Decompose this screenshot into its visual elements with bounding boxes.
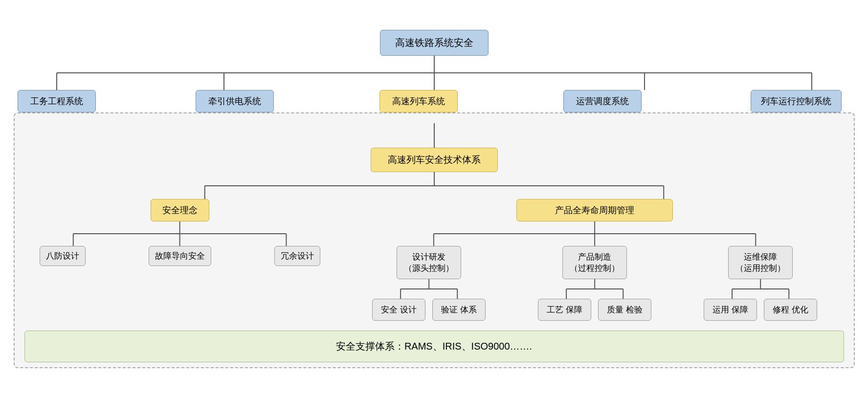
right-leaf-1-1: 质量 检验 [598,299,651,321]
sibling-node-0: 工务工程系统 [18,90,96,112]
branch-connector-svg [24,172,844,199]
sibling-3: 运营调度系统 [554,90,651,112]
sibling-4: 列车运行控制系统 [737,90,855,112]
left-children-row: 八防设计 故障导向安全 冗余设计 [40,246,320,266]
right-leaf-1-0: 工艺 保障 [538,299,591,321]
sibling-0: 工务工程系统 [14,90,100,112]
right-sub-node-0: 设计研发 （源头控制） [397,246,461,279]
right-leaf-0-0: 安全 设计 [372,299,425,321]
branch-connector-region [24,172,844,199]
right-leaf-0-1: 验证 体系 [432,299,486,321]
two-branches: 安全理念 八防设计 故障导向安全 冗余设计 [24,199,844,321]
dashed-box: 高速列车安全技术体系 安全理念 [14,112,855,369]
right-sub-2: 运维保障 （运用控制） 运用 保障 修程 优化 [690,246,831,321]
left-child-2: 冗余设计 [274,246,320,266]
right-leaf-2-1: 修程 优化 [764,299,817,321]
right-leaf-2-0: 运用 保障 [704,299,757,321]
root-node: 高速铁路系统安全 [380,30,489,56]
right-sub-1: 产品制造 （过程控制） 工艺 保障 质量 检验 [524,246,666,321]
sibling-1: 牵引供电系统 [186,90,284,112]
right-sub-node-2: 运维保障 （运用控制） [728,246,793,279]
sibling-node-1: 牵引供电系统 [196,90,274,112]
left-child-0: 八防设计 [40,246,86,266]
bottom-bar: 安全支撑体系：RAMS、IRIS、ISO9000……. [24,331,844,362]
top-siblings-row: 工务工程系统 牵引供电系统 高速列车系统 运营调度系统 列车运行控制系统 [14,90,855,112]
right-branch-root: 产品全寿命周期管理 [516,199,673,221]
left-children-svg [40,221,320,246]
inner-root-row: 高速列车安全技术体系 [24,148,844,172]
left-child-1: 故障导向安全 [149,246,211,266]
inner-root-node: 高速列车安全技术体系 [371,148,498,172]
top-connector-region [14,56,855,90]
right-children-svg [358,221,831,246]
sibling-2: 高速列车系统 [370,90,467,112]
inner-root-connector [24,123,844,148]
left-branch: 安全理念 八防设计 故障导向安全 冗余设计 [24,199,336,266]
left-children-connector [40,221,320,246]
right-branch: 产品全寿命周期管理 设计研发 （源头控制） [345,199,844,321]
sibling-node-2: 高速列车系统 [379,90,458,112]
top-connector-svg [14,56,855,90]
right-sub-node-1: 产品制造 （过程控制） [562,246,627,279]
right-sub-row: 设计研发 （源头控制） 安全 设计 验证 体 [358,246,831,321]
right-children-connector [358,221,831,246]
sibling-node-4: 列车运行控制系统 [751,90,842,112]
left-branch-root: 安全理念 [151,199,209,221]
sibling-node-3: 运营调度系统 [563,90,642,112]
root-section: 高速铁路系统安全 [14,30,855,56]
main-diagram: 高速铁路系统安全 工务工程系统 牵引供电系统 高速列车系统 [14,30,855,369]
right-sub-0: 设计研发 （源头控制） 安全 设计 验证 体 [358,246,500,321]
inner-root-svg [24,123,844,148]
